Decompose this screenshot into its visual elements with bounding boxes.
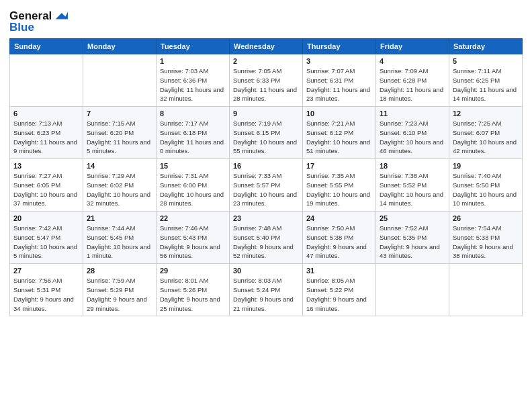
logo: General Blue	[9, 9, 68, 34]
day-info: Sunrise: 8:01 AMSunset: 5:26 PMDaylight:…	[160, 276, 226, 313]
day-number: 26	[453, 214, 519, 222]
sunset: Sunset: 5:29 PM	[87, 286, 134, 293]
day-number: 28	[87, 267, 152, 275]
day-info: Sunrise: 7:38 AMSunset: 5:52 PMDaylight:…	[380, 171, 445, 208]
day-info: Sunrise: 7:46 AMSunset: 5:43 PMDaylight:…	[160, 224, 226, 261]
calendar-cell: 15Sunrise: 7:31 AMSunset: 6:00 PMDayligh…	[157, 159, 230, 212]
sunset: Sunset: 5:40 PM	[233, 234, 280, 241]
sunset: Sunset: 6:15 PM	[233, 129, 280, 136]
day-number: 3	[306, 57, 372, 65]
sunrise: Sunrise: 7:52 AM	[380, 224, 428, 232]
day-info: Sunrise: 8:03 AMSunset: 5:24 PMDaylight:…	[233, 276, 299, 313]
day-number: 9	[233, 109, 299, 118]
day-number: 5	[453, 57, 519, 65]
sunrise: Sunrise: 7:50 AM	[306, 224, 355, 232]
calendar-cell: 28Sunrise: 7:59 AMSunset: 5:29 PMDayligh…	[83, 264, 157, 316]
day-of-week-friday: Friday	[376, 39, 449, 54]
daylight: Daylight: 11 hours and 18 minutes.	[380, 86, 443, 103]
day-number: 6	[13, 109, 79, 118]
sunrise: Sunrise: 7:05 AM	[233, 67, 281, 75]
sunrise: Sunrise: 7:46 AM	[160, 224, 208, 232]
daylight: Daylight: 10 hours and 1 minute.	[87, 243, 150, 260]
sunset: Sunset: 5:26 PM	[160, 286, 207, 293]
day-number: 14	[87, 162, 152, 170]
logo-blue-text: Blue	[9, 21, 68, 34]
daylight: Daylight: 9 hours and 21 minutes.	[233, 295, 294, 312]
logo-icon	[53, 8, 68, 23]
sunset: Sunset: 6:05 PM	[13, 181, 60, 189]
daylight: Daylight: 10 hours and 37 minutes.	[13, 191, 77, 208]
day-number: 23	[233, 214, 299, 222]
sunrise: Sunrise: 7:27 AM	[13, 172, 62, 179]
sunrise: Sunrise: 7:31 AM	[160, 172, 208, 179]
calendar-cell: 20Sunrise: 7:42 AMSunset: 5:47 PMDayligh…	[10, 212, 83, 264]
sunset: Sunset: 5:55 PM	[306, 181, 353, 189]
sunrise: Sunrise: 7:11 AM	[453, 67, 501, 75]
day-info: Sunrise: 7:48 AMSunset: 5:40 PMDaylight:…	[233, 224, 299, 261]
calendar-cell: 8Sunrise: 7:17 AMSunset: 6:18 PMDaylight…	[157, 107, 230, 159]
sunrise: Sunrise: 7:03 AM	[160, 67, 208, 75]
calendar-cell	[10, 54, 83, 107]
header: General Blue	[9, 7, 523, 34]
day-number: 29	[160, 267, 226, 275]
sunset: Sunset: 5:47 PM	[13, 234, 60, 241]
day-number: 1	[160, 57, 226, 65]
sunrise: Sunrise: 7:42 AM	[13, 224, 62, 232]
sunset: Sunset: 6:36 PM	[160, 77, 207, 84]
sunset: Sunset: 6:25 PM	[453, 77, 500, 84]
calendar-cell: 21Sunrise: 7:44 AMSunset: 5:45 PMDayligh…	[83, 212, 157, 264]
day-info: Sunrise: 7:35 AMSunset: 5:55 PMDaylight:…	[306, 171, 372, 208]
sunset: Sunset: 6:12 PM	[306, 129, 353, 136]
daylight: Daylight: 11 hours and 9 minutes.	[13, 138, 77, 155]
daylight: Daylight: 11 hours and 28 minutes.	[233, 86, 297, 103]
day-info: Sunrise: 7:42 AMSunset: 5:47 PMDaylight:…	[13, 224, 79, 261]
day-info: Sunrise: 7:13 AMSunset: 6:23 PMDaylight:…	[13, 119, 79, 156]
sunset: Sunset: 5:33 PM	[453, 234, 500, 241]
day-number: 12	[453, 109, 519, 118]
daylight: Daylight: 10 hours and 28 minutes.	[160, 191, 224, 208]
sunrise: Sunrise: 7:59 AM	[87, 277, 135, 284]
calendar-cell: 19Sunrise: 7:40 AMSunset: 5:50 PMDayligh…	[449, 159, 523, 212]
day-info: Sunrise: 7:54 AMSunset: 5:33 PMDaylight:…	[453, 224, 519, 261]
calendar-cell: 31Sunrise: 8:05 AMSunset: 5:22 PMDayligh…	[303, 264, 376, 316]
daylight: Daylight: 10 hours and 32 minutes.	[87, 191, 150, 208]
day-number: 20	[13, 214, 79, 222]
day-number: 25	[380, 214, 445, 222]
day-of-week-monday: Monday	[83, 39, 157, 54]
day-of-week-sunday: Sunday	[10, 39, 83, 54]
daylight: Daylight: 11 hours and 0 minutes.	[160, 138, 224, 155]
sunrise: Sunrise: 8:05 AM	[306, 277, 355, 284]
day-info: Sunrise: 7:52 AMSunset: 5:35 PMDaylight:…	[380, 224, 445, 261]
sunset: Sunset: 5:31 PM	[13, 286, 60, 293]
calendar-cell: 27Sunrise: 7:56 AMSunset: 5:31 PMDayligh…	[10, 264, 83, 316]
sunrise: Sunrise: 7:17 AM	[160, 120, 208, 127]
calendar-cell: 13Sunrise: 7:27 AMSunset: 6:05 PMDayligh…	[10, 159, 83, 212]
sunset: Sunset: 6:02 PM	[87, 181, 134, 189]
day-of-week-tuesday: Tuesday	[157, 39, 230, 54]
calendar-week-row: 13Sunrise: 7:27 AMSunset: 6:05 PMDayligh…	[10, 159, 523, 212]
calendar-table: SundayMondayTuesdayWednesdayThursdayFrid…	[9, 38, 523, 316]
day-of-week-wednesday: Wednesday	[230, 39, 303, 54]
sunrise: Sunrise: 7:35 AM	[306, 172, 355, 179]
day-info: Sunrise: 8:05 AMSunset: 5:22 PMDaylight:…	[306, 276, 372, 313]
sunrise: Sunrise: 7:25 AM	[453, 120, 501, 127]
daylight: Daylight: 9 hours and 56 minutes.	[160, 243, 220, 260]
day-number: 30	[233, 267, 299, 275]
day-number: 8	[160, 109, 226, 118]
day-info: Sunrise: 7:03 AMSunset: 6:36 PMDaylight:…	[160, 66, 226, 103]
calendar-cell: 17Sunrise: 7:35 AMSunset: 5:55 PMDayligh…	[303, 159, 376, 212]
daylight: Daylight: 9 hours and 52 minutes.	[233, 243, 294, 260]
daylight: Daylight: 9 hours and 43 minutes.	[380, 243, 440, 260]
calendar-cell: 12Sunrise: 7:25 AMSunset: 6:07 PMDayligh…	[449, 107, 523, 159]
day-of-week-thursday: Thursday	[303, 39, 376, 54]
sunset: Sunset: 5:38 PM	[306, 234, 353, 241]
calendar-cell: 5Sunrise: 7:11 AMSunset: 6:25 PMDaylight…	[449, 54, 523, 107]
sunset: Sunset: 5:57 PM	[233, 181, 280, 189]
calendar-cell: 2Sunrise: 7:05 AMSunset: 6:33 PMDaylight…	[230, 54, 303, 107]
sunset: Sunset: 6:10 PM	[380, 129, 427, 136]
sunset: Sunset: 6:18 PM	[160, 129, 207, 136]
daylight: Daylight: 10 hours and 14 minutes.	[380, 191, 443, 208]
calendar-cell: 24Sunrise: 7:50 AMSunset: 5:38 PMDayligh…	[303, 212, 376, 264]
calendar-cell: 25Sunrise: 7:52 AMSunset: 5:35 PMDayligh…	[376, 212, 449, 264]
day-number: 27	[13, 267, 79, 275]
